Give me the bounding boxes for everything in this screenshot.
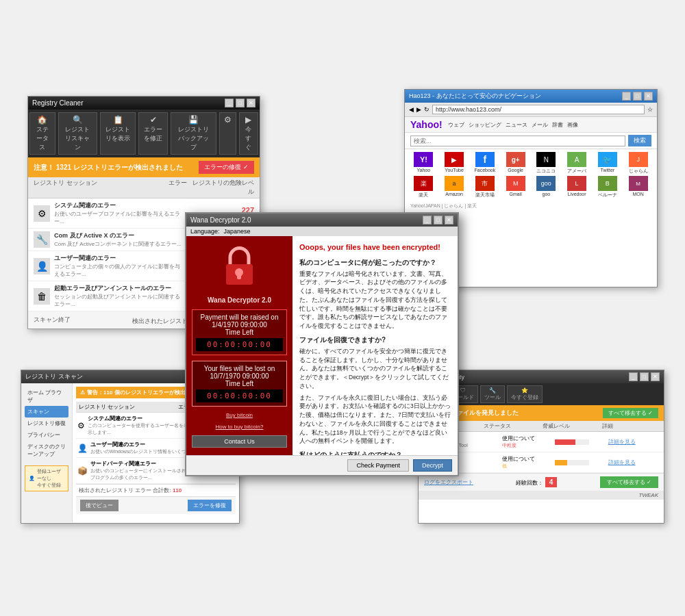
icon-amazon[interactable]: a Amazon	[440, 176, 469, 198]
belluna-icon-box: B	[598, 176, 617, 191]
toolbar-view[interactable]: 📋 レジストリを表示	[100, 112, 136, 155]
scan-fix-button[interactable]: エラーを修復	[188, 500, 232, 511]
ransom-minimize[interactable]: _	[423, 216, 432, 224]
status-label: ステータス	[34, 125, 51, 152]
close-button[interactable]: ✕	[247, 99, 256, 107]
col-status: ステータス	[484, 422, 540, 430]
sidebar-disk[interactable]: ディスクのクリーンアップ	[25, 441, 68, 460]
tweak-minimize[interactable]: _	[629, 372, 638, 381]
icon-gmail[interactable]: M Gmail	[501, 176, 530, 198]
icon-nico[interactable]: N ニコニコ	[532, 152, 561, 175]
tweak-toolbar-tools[interactable]: 🔧 ツール	[480, 385, 505, 403]
refresh-button[interactable]: ↻	[424, 106, 429, 113]
nav-web[interactable]: ウェブ	[448, 121, 464, 129]
nav-news[interactable]: ニュース	[506, 121, 527, 129]
toolbar-settings[interactable]: ⚙	[219, 112, 236, 155]
user-box-text: 登録ユーザーなし今すぐ登録	[37, 468, 64, 489]
google-icon-box: g+	[506, 152, 525, 167]
icon-twitter[interactable]: 🐦 Twitter	[593, 152, 623, 175]
item2-title: Com 及び Active X のエラー	[54, 231, 185, 240]
now-label: 今すぐ	[244, 125, 253, 152]
forward-button[interactable]: ▶	[416, 106, 421, 113]
yahoo-window-controls[interactable]: _ □ ✕	[622, 92, 653, 101]
lang-value: Japanese	[224, 228, 251, 235]
how-to-buy-link[interactable]: How to buy bitcoin?	[216, 424, 264, 430]
yahoo-logo: Yahoo!	[410, 119, 443, 130]
ransom-body2: 確かに。すべてのファイルを安全かつ簡単に復元できることを保証します。しかし、十分…	[299, 347, 451, 391]
icon-jalan[interactable]: J じゃらん	[623, 152, 653, 175]
yahoo-footer-3[interactable]: 楽天	[467, 203, 477, 208]
check-payment-button[interactable]: Check Payment	[347, 459, 409, 472]
icon-youtube[interactable]: ▶ YouTube	[440, 152, 469, 175]
ransom-close[interactable]: ✕	[445, 216, 453, 224]
icon-facebook[interactable]: f Facebook	[471, 152, 500, 175]
icon-livedoor[interactable]: L Livedoor	[562, 176, 592, 198]
icon-rakutenichi[interactable]: 市 楽天市場	[471, 176, 500, 198]
yahoo-close[interactable]: ✕	[644, 92, 653, 101]
contact-us-button[interactable]: Contact Us	[192, 435, 287, 448]
ransom-heading2: ファイルを回復できますか?	[299, 335, 451, 345]
scan-item1-desc: このコンピューターを使用するユーザー名を表示します...	[88, 422, 192, 436]
icon-ameba[interactable]: A アメーバ	[562, 152, 592, 175]
nav-mail[interactable]: メール	[532, 121, 548, 129]
sidebar-home[interactable]: ホーム ブラウザ	[25, 387, 68, 406]
tweak-close[interactable]: ✕	[651, 372, 660, 381]
tweak-window-controls[interactable]: _ □ ✕	[629, 372, 660, 381]
icon-goo[interactable]: goo goo	[532, 176, 561, 198]
toolbar-now[interactable]: ▶ 今すぐ	[239, 112, 258, 155]
toolbar-status[interactable]: 🏠 ステータス	[29, 112, 55, 155]
toolbar-fix[interactable]: ✔ エラーを修正	[138, 112, 168, 155]
ransom-maximize[interactable]: □	[434, 216, 443, 224]
registry-fix-button[interactable]: エラーの修復 ✓	[199, 161, 254, 174]
register-label: 今すぐ登録	[511, 394, 538, 401]
lock-icon	[219, 243, 260, 291]
icon-google[interactable]: g+ Google	[501, 152, 530, 175]
ransom-left-panel: Wana Decryptor 2.0 Payment will be raise…	[186, 236, 292, 455]
maximize-button[interactable]: □	[236, 99, 245, 107]
backup-label: レジストリバックアップ	[175, 125, 212, 152]
yahoo-search-button[interactable]: 検索	[628, 135, 651, 146]
tweak-item2-detail[interactable]: 詳細を見る	[608, 459, 658, 466]
sidebar-registry[interactable]: レジストリ修復	[25, 418, 68, 429]
tweak-fix-all-button[interactable]: すべて移去する ✓	[600, 476, 658, 488]
tweak-log-export-link[interactable]: ログをエクスポート	[424, 478, 473, 486]
tweak-item1-detail[interactable]: 詳細を見る	[608, 438, 658, 446]
ransom-right-panel: Ooops, your files have been encrypted! 私…	[292, 236, 458, 455]
yahoo-footer-1[interactable]: Yahoo!JAPAN	[410, 203, 440, 208]
icon-rakuten[interactable]: 楽 楽天	[409, 176, 438, 198]
item1-desc: お使いのユーザープロファイルに影響を与えるエラー...	[54, 210, 185, 225]
toolbar-backup[interactable]: 💾 レジストリバックアップ	[171, 112, 216, 155]
toolbar-scan[interactable]: 🔍 レジストリスキャン	[58, 112, 97, 155]
lang-label: Language:	[190, 228, 220, 235]
tweak-brand-logo: TWEAK	[639, 492, 658, 498]
timer-left-label2: Time Left	[196, 380, 283, 387]
nav-shopping[interactable]: ショッピング	[469, 121, 501, 129]
buy-bitcoin-link[interactable]: Buy bitcoin	[226, 412, 253, 418]
yahoo-search-input[interactable]	[410, 136, 625, 146]
tweak-maximize[interactable]: □	[640, 372, 649, 381]
nav-images[interactable]: 画像	[567, 121, 578, 129]
nav-dict[interactable]: 辞書	[552, 121, 563, 129]
ameba-icon-label: アメーバ	[567, 168, 586, 175]
scan-skip-button[interactable]: 後でビュー	[80, 500, 119, 511]
sidebar-privacy[interactable]: プライバシー	[25, 429, 68, 441]
yahoo-footer-2[interactable]: じゃらん	[444, 203, 463, 208]
back-button[interactable]: ◀	[409, 106, 414, 113]
yahoo-minimize[interactable]: _	[622, 92, 631, 101]
icon-yahoo[interactable]: Y! Yahoo	[409, 152, 438, 175]
icon-belluna[interactable]: B ベルーナ	[593, 176, 623, 198]
yahoo-icons-grid: Y! Yahoo ▶ YouTube f Facebook g+ Google …	[405, 149, 657, 201]
tweak-toolbar-register[interactable]: ⭐ 今すぐ登録	[507, 385, 543, 403]
sidebar-scan[interactable]: スキャン	[25, 406, 68, 418]
tools-label: ツール	[484, 394, 501, 401]
ransom-window-controls[interactable]: _ □ ✕	[423, 216, 453, 224]
yahoo-maximize[interactable]: □	[633, 92, 642, 101]
address-bar[interactable]	[432, 105, 645, 114]
tweak-fix-button[interactable]: すべて移去する ✓	[603, 408, 658, 418]
registry-window-controls[interactable]: _ □ ✕	[225, 99, 256, 107]
icon-mon[interactable]: M MON	[623, 176, 653, 198]
svg-rect-2	[237, 272, 241, 279]
minimize-button[interactable]: _	[225, 99, 234, 107]
star-button[interactable]: ☆	[647, 106, 653, 113]
decrypt-button[interactable]: Decrypt	[413, 459, 452, 472]
